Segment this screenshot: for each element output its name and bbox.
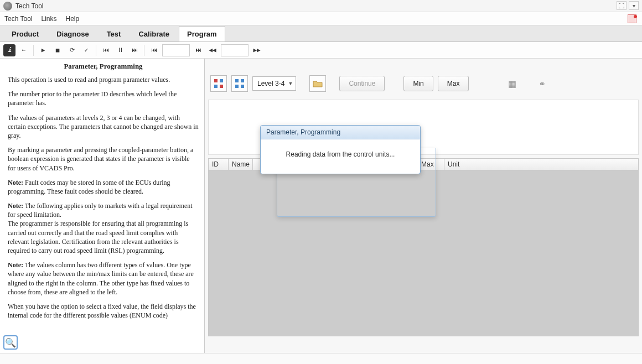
main-tabs: Product Diagnose Test Calibrate Program <box>0 25 642 42</box>
tab-diagnose[interactable]: Diagnose <box>48 26 97 41</box>
svg-rect-1 <box>220 79 223 82</box>
tab-test[interactable]: Test <box>99 26 130 41</box>
svg-rect-2 <box>214 85 218 88</box>
pause-step-icon[interactable]: ⏸ <box>114 44 126 56</box>
link-icon[interactable]: ⚭ <box>535 77 548 90</box>
first-icon[interactable]: ⏮ <box>148 44 160 56</box>
grid-icon[interactable]: ▦ <box>505 77 519 90</box>
col-name[interactable]: Name <box>229 159 253 170</box>
check-icon[interactable]: ✓ <box>80 44 92 56</box>
play-icon[interactable]: ▶ <box>37 44 49 56</box>
svg-rect-3 <box>220 85 223 88</box>
svg-rect-5 <box>241 79 244 82</box>
window-titlebar: Tech Tool ⛶ ▾ <box>0 0 642 12</box>
fastforward-icon[interactable]: ▶▶ <box>251 44 263 56</box>
window-restore-icon[interactable]: ⛶ <box>617 1 627 10</box>
position-field-2[interactable] <box>221 44 248 56</box>
info-para-3: The values of parameters at levels 2, 3 … <box>8 113 199 141</box>
notification-icon[interactable] <box>628 14 636 23</box>
step-back-icon[interactable]: ⏮ <box>100 44 112 56</box>
menu-bar: Tech Tool Links Help <box>0 12 642 25</box>
back-arrow-icon[interactable]: ← <box>18 44 30 56</box>
info-para-5: When you have the option to select a fix… <box>8 302 199 320</box>
info-panel: Parameter, Programming This operation is… <box>0 59 205 353</box>
refresh-icon[interactable]: ⟳ <box>66 44 78 56</box>
app-icon <box>3 2 12 11</box>
menu-techtool[interactable]: Tech Tool <box>4 15 32 23</box>
tab-program[interactable]: Program <box>179 26 225 41</box>
window-title: Tech Tool <box>15 2 43 10</box>
level-select-value: Level 3-4 <box>257 80 284 87</box>
col-id[interactable]: ID <box>209 159 229 170</box>
menu-help[interactable]: Help <box>66 15 80 23</box>
group-expand-icon[interactable] <box>231 75 248 92</box>
open-folder-icon[interactable] <box>309 75 326 92</box>
level-select[interactable]: Level 3-4 <box>252 76 296 91</box>
position-field-1[interactable] <box>162 44 190 56</box>
status-bar <box>0 353 642 364</box>
magnifier-icon[interactable]: 🔍 <box>3 335 18 350</box>
panel-heading: Parameter, Programming <box>8 62 199 71</box>
next-icon[interactable]: ⏭ <box>192 44 204 56</box>
work-panel: Level 3-4 Continue Min Max ▦ ⚭ ID Name M… <box>205 59 642 353</box>
info-icon[interactable]: i <box>3 44 15 56</box>
step-forward-icon[interactable]: ⏭ <box>128 44 141 56</box>
main-content: Parameter, Programming This operation is… <box>0 59 642 353</box>
group-collapse-icon[interactable] <box>210 75 227 92</box>
info-para-1: This operation is used to read and progr… <box>8 75 199 84</box>
tab-product[interactable]: Product <box>3 26 47 41</box>
max-button[interactable]: Max <box>438 76 469 91</box>
progress-dialog: Parameter, Programming Reading data from… <box>260 125 421 174</box>
tab-calibrate[interactable]: Calibrate <box>130 26 178 41</box>
info-note-2: Note: The following applies only to mark… <box>8 201 199 255</box>
window-dropdown-icon[interactable]: ▾ <box>629 1 639 10</box>
info-note-3: Note: The values column has two differen… <box>8 261 199 297</box>
svg-rect-6 <box>235 85 239 88</box>
stop-icon[interactable]: ■ <box>51 44 64 56</box>
continue-button[interactable]: Continue <box>339 76 385 91</box>
col-unit[interactable]: Unit <box>444 159 638 170</box>
rewind-icon[interactable]: ◀◀ <box>206 44 219 56</box>
work-toolbar: Level 3-4 Continue Min Max ▦ ⚭ <box>205 59 642 97</box>
min-button[interactable]: Min <box>403 76 433 91</box>
dialog-title: Parameter, Programming <box>261 126 420 139</box>
svg-rect-0 <box>214 79 218 82</box>
svg-rect-4 <box>235 79 239 82</box>
info-note-1: Note: Fault codes may be stored in some … <box>8 178 199 196</box>
info-para-4: By marking a parameter and pressing the … <box>8 145 199 173</box>
dialog-message: Reading data from the control units... <box>261 139 420 174</box>
svg-rect-7 <box>241 85 244 88</box>
playback-toolbar: i ← ▶ ■ ⟳ ✓ ⏮ ⏸ ⏭ ⏮ ⏭ ◀◀ ▶▶ <box>0 42 642 59</box>
info-para-2: The number prior to the parameter ID des… <box>8 90 199 107</box>
menu-links[interactable]: Links <box>41 15 56 23</box>
